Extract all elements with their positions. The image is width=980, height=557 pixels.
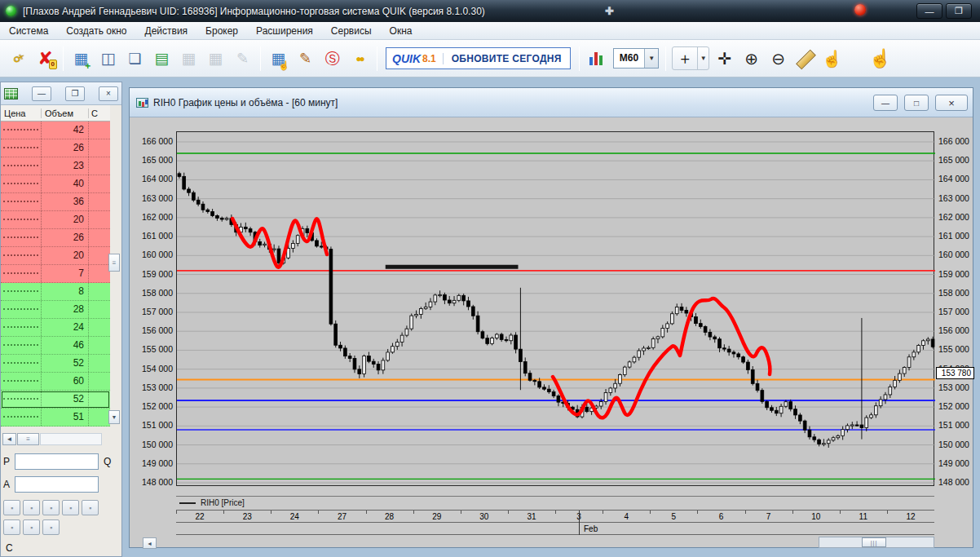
money-icon[interactable]: ●● <box>347 46 372 71</box>
orderbook-row[interactable]: 26 <box>1 229 110 247</box>
column-header-volume[interactable]: Объем <box>42 108 89 118</box>
orderbook-row[interactable]: 7 <box>1 265 110 283</box>
move-tool-icon[interactable]: ✛ <box>712 46 737 71</box>
minimize-button[interactable]: — <box>916 3 942 19</box>
date-tick-label: 10 <box>811 512 820 521</box>
disconnect-icon[interactable]: ✘0 <box>33 46 58 71</box>
ob-quick-button[interactable]: ▪ <box>42 519 60 535</box>
ob-quick-button[interactable]: ▪ <box>42 500 60 515</box>
menu-system[interactable]: Система <box>0 23 57 39</box>
orderbook-row[interactable]: 28 <box>1 301 110 319</box>
chart-titlebar[interactable]: RIH0 График цены и объёма - [60 минут] —… <box>130 88 973 117</box>
new-chart-icon[interactable]: ◫ <box>95 46 121 71</box>
price-input[interactable] <box>15 453 99 470</box>
axis-tick-label: 160 000 <box>938 250 979 259</box>
quik-update-banner[interactable]: QUIK8.1ОБНОВИТЕ СЕГОДНЯ <box>386 47 571 69</box>
new-window-icon[interactable]: ❏ <box>122 46 148 71</box>
table-icon-1[interactable]: ▦ <box>176 46 201 71</box>
ob-quick-button[interactable]: ▪ <box>3 500 20 515</box>
chart-close-button[interactable]: × <box>935 95 968 111</box>
orderbook-row[interactable]: 60 <box>1 373 110 391</box>
crosshair-tool[interactable]: ＋▼ <box>672 46 709 70</box>
orderbook-row[interactable]: 36 <box>1 193 110 211</box>
hidden-price-cell <box>1 122 42 139</box>
orderbook-maximize-button[interactable]: ❐ <box>65 86 85 101</box>
orderbook-row[interactable]: 46 <box>1 337 110 355</box>
candlestick-chart[interactable] <box>177 132 935 487</box>
menu-broker[interactable]: Брокер <box>196 23 247 39</box>
orderbook-row[interactable]: 51 <box>1 409 110 427</box>
update-today-button[interactable]: ОБНОВИТЕ СЕГОДНЯ <box>443 53 570 64</box>
axis-tick-label: 154 000 <box>131 364 173 374</box>
hscroll-thumb[interactable]: ≡ <box>17 433 39 445</box>
key-icon[interactable] <box>6 46 31 71</box>
stop-order-icon[interactable]: Ⓢ <box>320 46 345 71</box>
vscroll-down-arrow-icon[interactable]: ▼ <box>108 410 120 424</box>
date-tick-label: 30 <box>479 512 488 521</box>
menu-windows[interactable]: Окна <box>381 23 422 39</box>
column-header-price[interactable]: Цена <box>1 108 42 118</box>
orderbook-row[interactable]: 52 <box>1 355 110 373</box>
vscroll-thumb[interactable]: ≡ <box>108 254 120 272</box>
edit-table-icon[interactable]: ✎ <box>230 46 255 71</box>
orderbook-close-button[interactable]: × <box>99 86 118 101</box>
zoom-in-icon[interactable]: ⊕ <box>739 46 764 71</box>
ob-quick-button[interactable]: ▪ <box>3 519 20 535</box>
chart-plot-area[interactable] <box>176 131 934 486</box>
zoom-out-icon[interactable]: ⊖ <box>766 46 791 71</box>
hidden-price-cell <box>1 139 42 157</box>
window-title: [Плахов Андрей Геннадьевич UID: 168936] … <box>23 6 485 17</box>
ob-quick-button[interactable]: ▪ <box>82 500 99 515</box>
hscroll-left-arrow-icon[interactable]: ◄ <box>2 433 16 445</box>
hscroll-track[interactable] <box>40 433 102 445</box>
table-icon-2[interactable]: ▦ <box>203 46 228 71</box>
orderbook-row[interactable]: 23 <box>1 157 110 175</box>
chart-maximize-button[interactable]: □ <box>904 95 929 111</box>
menu-create-window[interactable]: Создать окно <box>57 23 135 39</box>
orders-table-icon[interactable]: ▦☝ <box>266 46 291 71</box>
orderbook-row[interactable]: 8 <box>1 283 110 301</box>
orderbook-row[interactable]: 42 <box>1 122 110 139</box>
chart-minimize-button[interactable]: — <box>873 95 898 111</box>
month-axis: Feb <box>176 524 934 535</box>
orderbook-row[interactable]: 26 <box>1 139 110 157</box>
orderbook-row[interactable]: 20 <box>1 211 110 229</box>
orderbook-row[interactable]: 24 <box>1 319 110 337</box>
ob-quick-button[interactable]: ▪ <box>23 519 40 535</box>
orderbook-row[interactable]: 52 <box>1 391 110 409</box>
month-label: Feb <box>584 524 598 533</box>
q-label: Q <box>104 456 111 467</box>
restore-button[interactable]: ❐ <box>946 3 972 19</box>
chart-hscrollbar[interactable]: ||| <box>819 537 934 548</box>
orderbook-minimize-button[interactable]: — <box>32 86 51 101</box>
chart-hscroll-thumb[interactable]: ||| <box>862 537 886 547</box>
toolbar-separator <box>579 46 580 71</box>
notification-dot-icon[interactable] <box>854 4 866 15</box>
column-header-c[interactable]: С <box>89 108 110 118</box>
orderbook-hscrollbar[interactable]: ◄ ≡ <box>2 433 102 445</box>
orderbook-titlebar[interactable]: — ❐ × <box>1 82 121 105</box>
pointer-hand-icon[interactable]: ☝ <box>819 46 845 71</box>
chart-scroll-left-arrow-icon[interactable]: ◄ <box>143 537 157 549</box>
axis-tick-label: 165 000 <box>938 155 979 165</box>
pan-hand-icon[interactable]: ☝ <box>867 46 893 71</box>
ob-quick-button[interactable]: ▪ <box>62 500 79 515</box>
date-tick-label: 4 <box>624 512 629 521</box>
new-order-icon[interactable]: ✎ <box>293 46 318 71</box>
orderbook-vscrollbar[interactable]: ≡ ▼ <box>108 122 121 427</box>
orderbook-row[interactable]: 40 <box>1 175 110 193</box>
timeframe-select[interactable]: M60▼ <box>613 48 659 69</box>
new-table-icon[interactable]: ▦＋ <box>68 46 94 71</box>
menu-actions[interactable]: Действия <box>136 23 197 39</box>
ob-quick-button[interactable]: ▪ <box>23 500 40 515</box>
menu-services[interactable]: Сервисы <box>322 23 381 39</box>
quotes-table-icon[interactable]: ▤ <box>149 46 174 71</box>
chart-style-icon[interactable] <box>585 46 610 71</box>
menu-extensions[interactable]: Расширения <box>247 23 322 39</box>
amount-input[interactable] <box>15 476 99 493</box>
ruler-icon[interactable] <box>792 46 818 71</box>
volume-cell: 23 <box>42 157 89 175</box>
orderbook-row[interactable]: 20 <box>1 247 110 265</box>
pin-icon[interactable]: ✚ <box>605 5 614 17</box>
hidden-price-cell <box>1 283 42 300</box>
